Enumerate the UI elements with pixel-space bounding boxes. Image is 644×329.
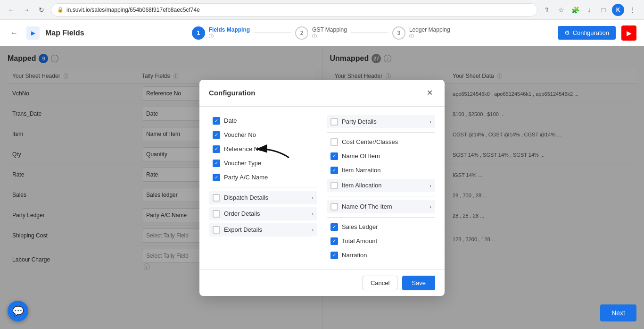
- checkbox-cost-center[interactable]: Cost Center/Classes: [327, 135, 435, 149]
- step-3-label: Ledger Mapping: [409, 26, 450, 33]
- reference-no-label: Reference No: [224, 145, 314, 152]
- modal-left-col: Date Voucher No: [209, 114, 317, 262]
- party-details-label: Party Details: [342, 118, 426, 125]
- step-1[interactable]: 1 Fields Mapping ⓘ: [192, 26, 250, 40]
- step-1-label: Fields Mapping: [209, 26, 250, 33]
- name-of-item-checkbox[interactable]: [330, 152, 338, 160]
- date-checkbox[interactable]: [213, 117, 220, 125]
- reload-btn[interactable]: ↻: [36, 4, 47, 16]
- order-details-item[interactable]: Order Details ›: [209, 207, 317, 220]
- party-details-checkbox[interactable]: [330, 118, 338, 126]
- export-label: Export Details: [224, 226, 308, 233]
- total-amount-label: Total Amount: [342, 237, 431, 245]
- item-narration-label: Item Narration: [342, 167, 431, 174]
- modal-close-btn[interactable]: ✕: [424, 87, 435, 99]
- app-back-btn[interactable]: ←: [8, 26, 21, 40]
- download-btn[interactable]: ↓: [584, 4, 595, 16]
- dispatch-checkbox[interactable]: [213, 194, 220, 202]
- item-allocation-label: Item Allocation: [342, 182, 426, 189]
- step-2[interactable]: 2 GST Mapping ⓘ: [295, 26, 347, 40]
- narration-checkbox[interactable]: [330, 252, 338, 259]
- checkbox-sales-ledger[interactable]: Sales Ledger: [327, 220, 435, 234]
- export-details-item[interactable]: Export Details ›: [209, 223, 317, 236]
- step-3-circle: 3: [392, 26, 405, 40]
- total-amount-checkbox[interactable]: [330, 237, 338, 245]
- save-btn[interactable]: Save: [402, 276, 435, 290]
- youtube-btn[interactable]: ▶: [621, 25, 636, 41]
- page-icon: ▶: [26, 26, 40, 40]
- address-bar[interactable]: 🔒 in.suvit.io/sales/mapping/654b068f917e…: [51, 3, 537, 17]
- voucher-no-row: Voucher No: [209, 128, 317, 142]
- narration-label: Narration: [342, 252, 431, 259]
- gear-icon: ⚙: [564, 29, 570, 36]
- export-checkbox[interactable]: [213, 226, 220, 234]
- voucher-type-label: Voucher Type: [224, 160, 314, 167]
- url-text: in.suvit.io/sales/mapping/654b068f917efb…: [66, 7, 200, 13]
- name-of-the-item-label: Name Of The Item: [342, 203, 426, 210]
- menu-btn[interactable]: ⋮: [627, 4, 638, 16]
- reference-no-checkbox[interactable]: [213, 145, 220, 153]
- step-1-info: ⓘ: [209, 33, 250, 40]
- chat-icon: 💬: [12, 305, 24, 317]
- modal-right-col: Party Details › Cost Center/Classes Name…: [327, 114, 435, 262]
- voucher-no-label: Voucher No: [224, 131, 314, 138]
- step-2-label: GST Mapping: [312, 26, 347, 33]
- order-checkbox[interactable]: [213, 210, 220, 218]
- extension-btn[interactable]: 🧩: [570, 4, 581, 16]
- checkbox-name-of-item[interactable]: Name Of Item: [327, 150, 435, 163]
- cost-center-label: Cost Center/Classes: [342, 138, 431, 145]
- modal-title: Configuration: [209, 89, 255, 97]
- name-of-item-label: Name Of Item: [342, 152, 431, 160]
- forward-nav-btn[interactable]: →: [21, 4, 32, 16]
- configuration-btn[interactable]: ⚙ Configuration: [558, 26, 616, 40]
- checkbox-party-ac-name[interactable]: Party A/C Name: [209, 171, 317, 184]
- cancel-btn[interactable]: Cancel: [363, 276, 397, 290]
- split-btn[interactable]: □: [598, 4, 609, 16]
- step-3[interactable]: 3 Ledger Mapping ⓘ: [392, 26, 450, 40]
- right-divider-1: [327, 132, 435, 133]
- party-details-item[interactable]: Party Details ›: [327, 115, 435, 128]
- browser-actions: ⇧ ☆ 🧩 ↓ □ K ⋮: [541, 4, 638, 16]
- dispatch-label: Dispatch Details: [224, 194, 308, 201]
- name-of-the-item-checkbox[interactable]: [330, 203, 338, 211]
- sales-ledger-checkbox[interactable]: [330, 223, 338, 231]
- modal-overlay: Configuration ✕ Date Voucher No: [0, 46, 644, 329]
- item-allocation-item[interactable]: Item Allocation ›: [327, 179, 435, 192]
- cost-center-checkbox[interactable]: [330, 138, 338, 146]
- item-narration-checkbox[interactable]: [330, 167, 338, 174]
- profile-btn[interactable]: K: [612, 4, 624, 16]
- item-allocation-chevron-icon: ›: [429, 183, 431, 188]
- browser-chrome: ← → ↻ 🔒 in.suvit.io/sales/mapping/654b06…: [0, 0, 644, 20]
- right-divider-2: [327, 196, 435, 196]
- name-of-the-item-item[interactable]: Name Of The Item ›: [327, 200, 435, 213]
- voucher-type-checkbox[interactable]: [213, 160, 220, 167]
- step-2-info: ⓘ: [312, 33, 347, 40]
- step-3-info: ⓘ: [409, 33, 450, 40]
- star-btn[interactable]: ☆: [555, 4, 567, 16]
- checkbox-total-amount[interactable]: Total Amount: [327, 235, 435, 248]
- step-1-circle: 1: [192, 26, 205, 40]
- export-chevron-icon: ›: [312, 227, 314, 233]
- step-2-circle: 2: [295, 26, 308, 40]
- share-btn[interactable]: ⇧: [541, 4, 553, 16]
- checkbox-reference-no[interactable]: Reference No: [209, 143, 317, 156]
- back-nav-btn[interactable]: ←: [6, 4, 17, 16]
- checkbox-voucher-type[interactable]: Voucher Type: [209, 157, 317, 170]
- main-content: Mapped 9 i Your Sheet Header i Tally Fie…: [0, 46, 644, 329]
- checkbox-item-narration[interactable]: Item Narration: [327, 164, 435, 177]
- app-header: ← ▶ Map Fields 1 Fields Mapping ⓘ 2 GST …: [0, 20, 644, 46]
- next-btn[interactable]: Next: [600, 304, 636, 321]
- chat-widget[interactable]: 💬: [8, 301, 28, 321]
- checkbox-voucher-no[interactable]: Voucher No: [209, 128, 317, 142]
- checkbox-date[interactable]: Date: [209, 114, 317, 127]
- party-ac-name-checkbox[interactable]: [213, 174, 220, 181]
- dispatch-chevron-icon: ›: [312, 195, 314, 201]
- voucher-no-checkbox[interactable]: [213, 131, 220, 139]
- dispatch-details-item[interactable]: Dispatch Details ›: [209, 191, 317, 204]
- name-of-the-item-chevron-icon: ›: [429, 204, 431, 210]
- left-divider: [209, 187, 317, 187]
- checkbox-narration[interactable]: Narration: [327, 249, 435, 262]
- item-allocation-checkbox[interactable]: [330, 182, 338, 189]
- lock-icon: 🔒: [57, 7, 64, 13]
- modal-header: Configuration ✕: [199, 80, 445, 107]
